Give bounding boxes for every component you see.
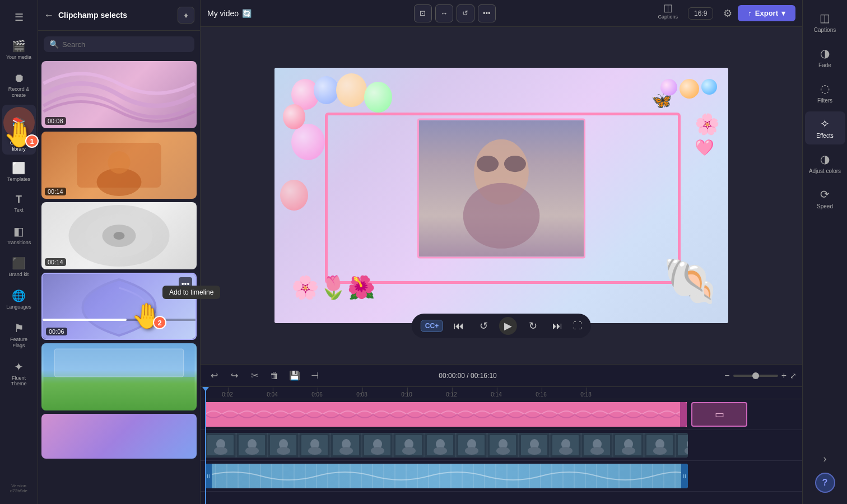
search-input[interactable] [62, 40, 189, 49]
zoom-out-btn[interactable]: − [724, 371, 729, 381]
track-video[interactable] [205, 433, 688, 458]
content-panel: ← Clipchamp selects ♦ 🔍 00:08 [38, 0, 201, 504]
sidebar-item-your-media[interactable]: 🎬 Your media [2, 35, 36, 65]
split-btn[interactable]: ⊣ [307, 368, 323, 384]
aspect-ratio-badge[interactable]: 16:9 [688, 7, 713, 20]
undo-btn[interactable]: ↩ [206, 368, 222, 384]
hamburger-menu[interactable]: ☰ [9, 6, 29, 29]
ruler-ticks: 0:02 0:04 0:06 0:08 0:10 0:12 0:14 0:16 … [201, 391, 608, 398]
sidebar-label-your-media: Your media [6, 54, 31, 60]
tick-0:12: 0:12 [429, 391, 474, 398]
audio-left-handle[interactable]: ⏸ [205, 464, 212, 488]
timeline-area: ↩ ↪ ✂ 🗑 💾 ⊣ 00:00:00 / 00:16:10 − + ⤢ [201, 364, 802, 504]
thumb-1-duration: 00:08 [45, 117, 66, 125]
more-tool-btn[interactable]: ••• [478, 4, 496, 22]
sidebar-item-feature-flags[interactable]: ⚑ Feature Flags [2, 317, 36, 353]
sky-graphic [41, 343, 197, 410]
scrub-bar[interactable] [43, 319, 196, 321]
fullscreen-btn[interactable]: ⛶ [573, 321, 582, 331]
scrub-position [43, 319, 127, 321]
sidebar-item-brand-kit[interactable]: ⬛ Brand kit [2, 252, 36, 282]
sidebar-item-languages[interactable]: 🌐 Languages [2, 284, 36, 315]
top-bar: My video 🔄 ⊡ ↔ ↺ ••• ◫ Captions 16:9 ⚙ ↑… [201, 0, 802, 27]
cc-button[interactable]: CC+ [421, 320, 443, 332]
flip-tool-btn[interactable]: ↔ [435, 4, 453, 22]
canvas-settings-btn[interactable]: ⚙ [723, 7, 732, 20]
track-audio-row: ⏸ ⏸ [201, 461, 802, 492]
right-speed-label: Speed [817, 203, 833, 209]
track-overlay[interactable]: ▭ [205, 402, 687, 427]
expand-timeline-btn[interactable]: ⤢ [790, 371, 797, 380]
back-button[interactable]: ← [44, 10, 54, 21]
premium-icon[interactable]: ♦ [178, 7, 194, 24]
sidebar-item-transitions[interactable]: ◧ Transitions [2, 220, 36, 250]
right-sidebar-speed[interactable]: ⟳ Speed [805, 182, 845, 215]
timeline-toolbar: ↩ ↪ ✂ 🗑 💾 ⊣ 00:00:00 / 00:16:10 − + ⤢ [201, 365, 802, 387]
rewind-btn[interactable]: ↺ [474, 317, 492, 335]
forward-btn[interactable]: ↻ [524, 317, 542, 335]
help-button[interactable]: ? [815, 473, 835, 493]
right-sidebar-filters[interactable]: ◌ Filters [805, 76, 845, 109]
track-audio[interactable]: ⏸ ⏸ [205, 464, 688, 488]
sidebar-item-content-library[interactable]: 📚 Contentlibrary [2, 105, 36, 155]
skip-back-btn[interactable]: ⏮ [450, 317, 468, 335]
video-title-area: My video 🔄 [207, 9, 252, 18]
thumb-4-menu[interactable]: ••• [179, 277, 192, 291]
skip-forward-btn[interactable]: ⏭ [548, 317, 566, 335]
cut-btn[interactable]: ✂ [246, 368, 262, 384]
rotate-tool-btn[interactable]: ↺ [457, 4, 474, 22]
track-overlay-end-handle[interactable] [680, 402, 687, 427]
transitions-icon: ◧ [13, 225, 24, 238]
right-sidebar-adjust-colors[interactable]: ◑ Adjust colors [805, 147, 845, 180]
brand-kit-icon: ⬛ [12, 256, 26, 270]
right-fade-icon: ◑ [820, 46, 830, 60]
canvas-area: 🦋 🌸🌷🌺 🌸 🩷 🐚 [201, 27, 802, 364]
sidebar-item-templates[interactable]: ⬜ Templates [2, 157, 36, 187]
crop-tool-btn[interactable]: ⊡ [414, 4, 432, 22]
video-track-frames [205, 433, 688, 458]
right-adjust-label: Adjust colors [809, 168, 841, 174]
large-sphere-l [291, 124, 325, 160]
media-item-5[interactable] [41, 343, 197, 410]
zoom-in-btn[interactable]: + [781, 371, 787, 381]
video-canvas[interactable]: 🦋 🌸🌷🌺 🌸 🩷 🐚 [274, 68, 728, 323]
sphere-large-2 [280, 180, 308, 211]
track-overlay-row: ▭ [201, 399, 802, 430]
redo-btn[interactable]: ↪ [226, 368, 242, 384]
right-sidebar-fade[interactable]: ◑ Fade [805, 41, 845, 74]
svg-point-11 [463, 183, 540, 249]
zoom-slider[interactable] [733, 375, 778, 377]
save-btn[interactable]: 💾 [287, 368, 302, 384]
sidebar-item-record-create[interactable]: ⏺ Record &create [2, 67, 36, 103]
export-label: Export [755, 9, 778, 17]
audio-right-handle[interactable]: ⏸ [681, 464, 688, 488]
sphere-large-1 [291, 124, 325, 160]
media-item-2[interactable]: 00:14 [41, 132, 197, 199]
feature-flags-icon: ⚑ [14, 321, 24, 335]
thumb-4-duration: 00:06 [46, 328, 67, 335]
play-button[interactable]: ▶ [499, 317, 517, 335]
text-icon: T [16, 194, 22, 206]
sphere-2 [680, 79, 699, 99]
right-sidebar-captions[interactable]: ◫ Captions [805, 6, 845, 39]
export-button[interactable]: ↑ Export ▾ [738, 5, 795, 21]
captions-button[interactable]: ◫ Captions [658, 2, 678, 20]
media-item-1[interactable]: 00:08 [41, 61, 197, 128]
media-item-3[interactable]: 00:14 [41, 202, 197, 269]
captions-label: Captions [658, 14, 678, 20]
thumb-3-duration: 00:14 [45, 258, 66, 266]
right-sidebar-collapse-btn[interactable]: › [823, 453, 827, 465]
delete-btn[interactable]: 🗑 [267, 368, 282, 384]
playback-controls: CC+ ⏮ ↺ ▶ ↻ ⏭ ⛶ [412, 314, 591, 338]
sidebar-item-text[interactable]: T Text [2, 189, 36, 218]
total-time: 00:16:10 [471, 372, 497, 380]
person-video [419, 120, 584, 257]
sidebar-item-fluent-theme[interactable]: ✦ Fluent Theme [2, 356, 36, 392]
svg-rect-15 [205, 402, 687, 427]
media-item-6[interactable] [41, 414, 197, 459]
sphere-decorations [660, 79, 717, 99]
track-overlay-extra-clip[interactable]: ▭ [691, 402, 747, 427]
media-item-4[interactable]: 00:06 ••• [41, 273, 197, 340]
right-sidebar-effects[interactable]: ✧ Effects [805, 111, 845, 144]
track-video-row [201, 430, 802, 461]
